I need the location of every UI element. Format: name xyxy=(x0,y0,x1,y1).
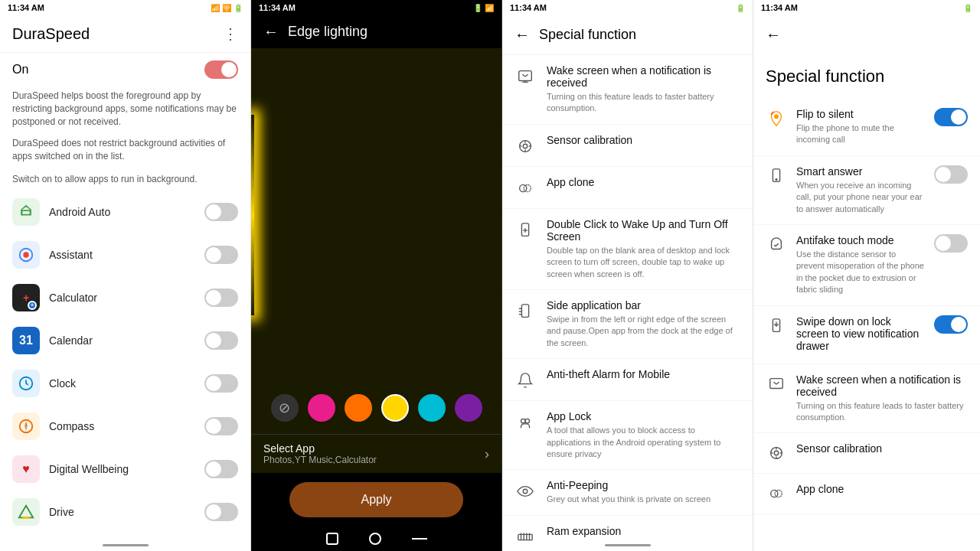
app-item-left: ♥ Digital Wellbeing xyxy=(12,455,129,483)
antifake-left: Antifake touch mode Use the distance sen… xyxy=(766,234,925,296)
time-p3: 11:34 AM xyxy=(510,3,547,12)
list-item: Flip to silent Flip the phone to mute th… xyxy=(753,99,980,156)
flip-to-silent-icon xyxy=(766,108,787,129)
list-item: Android Auto xyxy=(0,191,250,233)
list-item: Swipe down on lock screen to view notifi… xyxy=(753,306,980,364)
swipe-down-text: Swipe down on lock screen to view notifi… xyxy=(796,315,925,354)
list-item[interactable]: Wake screen when a notification is recei… xyxy=(753,364,980,434)
svg-rect-29 xyxy=(518,534,532,540)
app-lock-icon xyxy=(514,412,536,433)
color-pink-option[interactable] xyxy=(308,394,335,422)
wake-screen-icon xyxy=(514,66,536,87)
svg-point-45 xyxy=(774,452,779,456)
nav-circle-icon[interactable] xyxy=(369,533,381,545)
scroll-indicator-p1 xyxy=(0,541,250,551)
smart-answer-left: Smart answer When you receive an incomin… xyxy=(766,165,925,215)
sensor-calibration-p4-text: Sensor calibration xyxy=(796,442,882,457)
p3-title: Special function xyxy=(539,27,636,43)
antifake-touch-toggle[interactable] xyxy=(934,234,968,253)
p2-topbar: ← Edge lighting xyxy=(251,15,501,48)
select-app-row[interactable]: Select App Photos,YT Music,Calculator › xyxy=(251,434,501,473)
wifi-icon-p1: 🛜 xyxy=(222,4,231,12)
app-name-clock: Clock xyxy=(49,377,76,390)
smart-answer-text: Smart answer When you receive an incomin… xyxy=(796,165,925,215)
edge-lighting-preview xyxy=(251,48,501,382)
list-item[interactable]: Sensor calibration xyxy=(502,125,753,167)
calendar-toggle[interactable] xyxy=(204,331,238,350)
svg-point-40 xyxy=(776,178,777,180)
color-teal-option[interactable] xyxy=(418,394,446,422)
drive-toggle[interactable] xyxy=(204,503,238,521)
panel-edge-lighting: 11:34 AM 🔋 📶 ← Edge lighting ⊘ Select Ap… xyxy=(251,0,502,551)
smart-answer-icon xyxy=(766,165,787,187)
app-name-assistant: Assistant xyxy=(49,249,93,261)
list-item[interactable]: Anti-theft Alarm for Mobile xyxy=(502,359,753,401)
edge-glow-visual xyxy=(251,115,254,315)
clock-toggle[interactable] xyxy=(204,374,238,393)
wake-screen-text: Wake screen when a notification is recei… xyxy=(547,64,740,115)
svg-rect-43 xyxy=(770,378,783,388)
chevron-right-icon: › xyxy=(485,446,489,462)
nav-square-icon[interactable] xyxy=(326,533,338,545)
color-purple-option[interactable] xyxy=(455,394,482,422)
calculator-toggle[interactable] xyxy=(204,289,238,307)
color-picker-row: ⊘ xyxy=(251,382,501,434)
double-click-text: Double Click to Wake Up and Turn Off Scr… xyxy=(547,218,740,280)
list-item[interactable]: App clone xyxy=(753,474,980,514)
app-name-drive: Drive xyxy=(49,506,74,518)
smart-answer-toggle[interactable] xyxy=(934,165,968,184)
app-name-compass: Compass xyxy=(49,420,94,432)
flip-to-silent-toggle[interactable] xyxy=(934,108,968,126)
app-item-left: 31 Calendar xyxy=(12,327,93,354)
svg-point-26 xyxy=(521,419,526,424)
color-orange-option[interactable] xyxy=(345,394,372,422)
status-bar-p1: 11:34 AM 📶 🛜 🔋 xyxy=(0,0,250,15)
status-bar-p2: 11:34 AM 🔋 📶 xyxy=(251,0,501,15)
antifake-touch-icon xyxy=(766,234,787,256)
list-item[interactable]: Side application bar Swipe in from the l… xyxy=(502,290,753,359)
app-list: Android Auto Assistant + + Calculator xyxy=(0,191,250,541)
duraspeed-toggle[interactable] xyxy=(204,60,238,79)
android-auto-icon xyxy=(12,198,40,226)
list-item[interactable]: App Lock A tool that allows you to block… xyxy=(502,401,753,470)
list-item[interactable]: Sensor calibration xyxy=(753,433,980,474)
wake-screen-p4-icon xyxy=(766,373,787,395)
color-yellow-option[interactable] xyxy=(381,394,409,422)
app-clone-p4-text: App clone xyxy=(796,483,844,497)
list-item[interactable]: Anti-Peeping Grey out what you think is … xyxy=(502,470,753,515)
status-icons-p3: 🔋 xyxy=(736,4,745,12)
more-options-button[interactable]: ⋮ xyxy=(223,24,238,43)
nav-line-icon[interactable] xyxy=(412,538,427,540)
apply-button[interactable]: Apply xyxy=(289,482,463,517)
sensor-calibration-icon xyxy=(514,135,536,157)
list-item[interactable]: App clone xyxy=(502,167,753,209)
status-icons-p1: 📶 🛜 🔋 xyxy=(211,4,243,12)
app-item-left: + + Calculator xyxy=(12,284,97,311)
battery-icon-p2: 🔋 xyxy=(473,4,482,12)
flip-to-silent-left: Flip to silent Flip the phone to mute th… xyxy=(766,108,925,146)
color-none-option[interactable]: ⊘ xyxy=(271,394,299,422)
scroll-indicator-p3 xyxy=(502,541,753,551)
back-button-p2[interactable]: ← xyxy=(263,23,279,41)
compass-toggle[interactable] xyxy=(204,417,238,435)
back-button-p3[interactable]: ← xyxy=(514,26,530,44)
back-button-p4[interactable]: ← xyxy=(766,26,781,44)
sensor-p4-left: Sensor calibration xyxy=(766,442,968,464)
list-item[interactable]: Wake screen when a notification is recei… xyxy=(502,55,753,125)
svg-point-1 xyxy=(23,252,28,257)
list-item[interactable]: Ram expansion xyxy=(502,516,753,541)
assistant-icon xyxy=(12,241,40,269)
android-auto-toggle[interactable] xyxy=(204,203,238,221)
panel-special-function-detail: 11:34 AM 🔋 ← Special function Flip to si… xyxy=(753,0,980,551)
swipe-down-left: Swipe down on lock screen to view notifi… xyxy=(766,315,925,354)
list-item[interactable]: Double Click to Wake Up and Turn Off Scr… xyxy=(502,209,753,290)
app-item-left: Android Auto xyxy=(12,198,110,226)
assistant-toggle[interactable] xyxy=(204,246,238,264)
calculator-icon: + + xyxy=(12,284,40,311)
panel-special-function: 11:34 AM 🔋 ← Special function Wake scree… xyxy=(502,0,753,551)
sensor-calibration-text: Sensor calibration xyxy=(547,134,632,148)
swipe-down-toggle[interactable] xyxy=(934,315,968,334)
digital-wellbeing-toggle[interactable] xyxy=(204,460,238,478)
app-lock-text: App Lock A tool that allows you to block… xyxy=(547,410,740,460)
flip-to-silent-text: Flip to silent Flip the phone to mute th… xyxy=(796,108,925,146)
